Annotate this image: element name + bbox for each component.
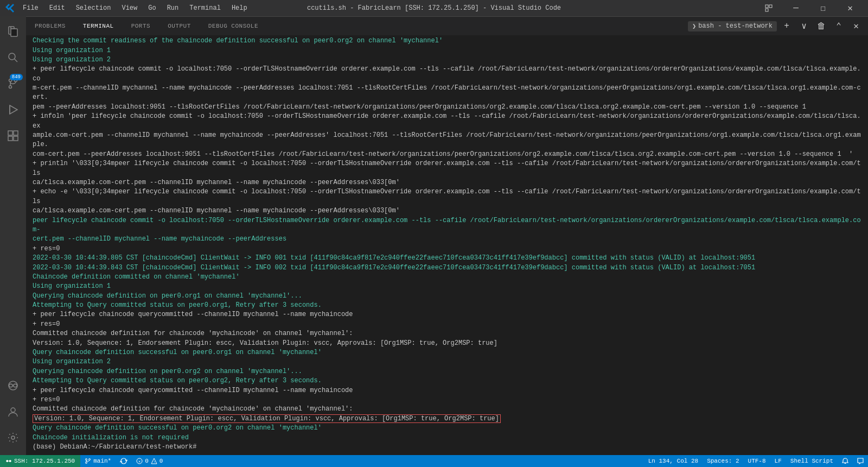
activity-item-accounts[interactable] xyxy=(0,399,26,425)
terminal-line: + println '\033[0;34mpeer lifecycle chai… xyxy=(33,159,861,178)
activity-item-settings[interactable] xyxy=(0,425,26,451)
terminal-line: + peer lifecycle chaincode commit -o loc… xyxy=(33,65,861,84)
kill-terminal-button[interactable]: 🗑 xyxy=(814,18,829,34)
activity-item-source-control[interactable]: 849 xyxy=(0,71,26,97)
terminal-line: + res=0 xyxy=(33,244,861,254)
activity-item-explorer[interactable] xyxy=(0,18,26,45)
tab-ports[interactable]: PORTS xyxy=(123,17,159,36)
terminal-line: Querying chaincode definition on peer0.o… xyxy=(33,367,861,376)
svg-text:!: ! xyxy=(153,460,155,464)
highlighted-line: Version: 1.0, Sequence: 1, Endorsement P… xyxy=(33,414,501,423)
tab-output[interactable]: OUTPUT xyxy=(159,17,200,36)
menu-selection[interactable]: Selection xyxy=(72,3,116,13)
activity-item-extensions[interactable] xyxy=(0,123,26,149)
terminal-dropdown-button[interactable]: ∨ xyxy=(796,18,812,34)
activity-item-search[interactable] xyxy=(0,45,26,71)
tab-problems[interactable]: PROBLEMS xyxy=(26,17,74,36)
terminal-instance-label[interactable]: ❯ bash - test-network xyxy=(688,21,777,31)
terminal-line: Using organization 2 xyxy=(33,357,861,367)
terminal-line: (base) DebianA:~/FabricLearn/test-networ… xyxy=(33,443,861,452)
menu-go[interactable]: Go xyxy=(144,3,160,13)
status-sync[interactable] xyxy=(116,455,132,467)
branch-label: main* xyxy=(93,458,111,464)
svg-line-6 xyxy=(15,59,18,62)
maximize-button[interactable]: ☐ xyxy=(810,0,835,16)
terminal-line: peer lifecycle chaincode commit -o local… xyxy=(33,216,861,235)
tab-debug-console[interactable]: DEBUG CONSOLE xyxy=(200,17,267,36)
activity-item-run[interactable] xyxy=(0,97,26,123)
svg-point-5 xyxy=(9,53,15,60)
terminal-line: m-cert.pem --channelID mychannel --name … xyxy=(33,84,861,103)
terminal-line: ca/tlsca.example.com-cert.pem --channelI… xyxy=(33,206,861,216)
activity-bar: 849 xyxy=(0,16,26,455)
svg-rect-2 xyxy=(765,9,768,11)
close-button[interactable]: ✕ xyxy=(838,0,863,16)
svg-rect-13 xyxy=(14,131,18,135)
terminal-line: Version: 1.0, Sequence: 1, Endorsement P… xyxy=(33,414,861,424)
titlebar-left: File Edit Selection View Go Run Terminal… xyxy=(5,3,252,13)
svg-point-9 xyxy=(9,86,12,89)
panel-right-controls: ❯ bash - test-network + ∨ 🗑 ⌃ ✕ xyxy=(688,18,868,34)
minimize-button[interactable]: ― xyxy=(783,0,808,16)
menu-edit[interactable]: Edit xyxy=(45,3,69,13)
terminal-line: Checking the commit readiness of the cha… xyxy=(33,36,861,46)
terminal-line: + res=0 xyxy=(33,395,861,405)
terminal-line: + echo -e '\033[0;34mpeer lifecycle chai… xyxy=(33,187,861,206)
svg-rect-15 xyxy=(8,136,12,141)
status-language[interactable]: Shell Script xyxy=(786,455,838,467)
window-title: ccutils.sh - FabricLearn [SSH: 172.25.1.… xyxy=(307,4,561,12)
add-terminal-button[interactable]: + xyxy=(779,18,794,34)
terminal-chevron-icon: ❯ xyxy=(692,22,696,30)
terminal-content[interactable]: + peer lifecycle chaincode checkcommitre… xyxy=(26,35,868,455)
status-line-ending[interactable]: LF xyxy=(770,455,786,467)
maximize-panel-button[interactable]: ⌃ xyxy=(831,18,846,34)
titlebar: File Edit Selection View Go Run Terminal… xyxy=(0,0,868,16)
terminal-line: 2022-03-30 10:44:39.805 CST [chaincodeCm… xyxy=(33,254,861,263)
tab-terminal[interactable]: TERMINAL xyxy=(74,17,123,36)
status-spaces[interactable]: Spaces: 2 xyxy=(703,455,743,467)
terminal-line: 2022-03-30 10:44:39.843 CST [chaincodeCm… xyxy=(33,263,861,273)
status-bar: SSH: 172.25.1.250 main* ✕ 0 ! 0 Ln 134, … xyxy=(0,455,868,467)
terminal-line: Attempting to Query committed status on … xyxy=(33,376,861,386)
terminal-line: Using organization 2 xyxy=(33,55,861,65)
terminal-line: com-cert.pem --peerAddresses localhost:9… xyxy=(33,150,861,159)
menu-view[interactable]: View xyxy=(117,3,142,13)
svg-point-20 xyxy=(89,459,91,460)
layout-button[interactable] xyxy=(756,0,781,16)
svg-point-19 xyxy=(86,459,87,460)
menu-terminal[interactable]: Terminal xyxy=(185,3,225,13)
svg-rect-0 xyxy=(765,5,768,8)
terminal-line: Committed chaincode definition for chain… xyxy=(33,329,861,338)
menu-file[interactable]: File xyxy=(18,3,43,13)
activity-bar-bottom xyxy=(0,373,26,455)
terminal-line: Chaincode definition committed on channe… xyxy=(33,273,861,282)
terminal-instance-name: bash - test-network xyxy=(698,22,773,30)
status-remote[interactable]: SSH: 172.25.1.250 xyxy=(0,455,80,467)
status-feedback[interactable] xyxy=(853,455,868,467)
terminal-line: Using organization 1 xyxy=(33,282,861,291)
status-position[interactable]: Ln 134, Col 28 xyxy=(644,455,703,467)
spaces-label: Spaces: 2 xyxy=(707,458,739,464)
terminal-line: Query chaincode definition successful on… xyxy=(33,348,861,357)
svg-text:✕: ✕ xyxy=(138,459,141,464)
svg-rect-12 xyxy=(8,131,12,135)
activity-item-remote[interactable] xyxy=(0,373,26,399)
cursor-position: Ln 134, Col 28 xyxy=(648,458,698,464)
svg-rect-1 xyxy=(769,5,772,8)
status-encoding[interactable]: UTF-8 xyxy=(744,455,770,467)
terminal-line: + peer lifecycle chaincode querycommitte… xyxy=(33,310,861,319)
line-ending-label: LF xyxy=(775,458,782,464)
terminal-line: ample.com-cert.pem --channelID mychannel… xyxy=(33,131,861,150)
errors-count: 0 xyxy=(145,458,149,464)
menu-run[interactable]: Run xyxy=(163,3,183,13)
status-notifications[interactable] xyxy=(838,455,853,467)
svg-rect-14 xyxy=(14,136,18,141)
encoding-label: UTF-8 xyxy=(748,458,766,464)
status-errors[interactable]: ✕ 0 ! 0 xyxy=(132,455,167,467)
editor-area: PROBLEMS TERMINAL PORTS OUTPUT DEBUG CON… xyxy=(26,16,868,455)
terminal-line: Attempting to Query committed status on … xyxy=(33,301,861,310)
source-control-badge: 849 xyxy=(10,74,23,80)
status-branch[interactable]: main* xyxy=(80,455,116,467)
close-panel-button[interactable]: ✕ xyxy=(848,18,864,34)
menu-help[interactable]: Help xyxy=(227,3,252,13)
